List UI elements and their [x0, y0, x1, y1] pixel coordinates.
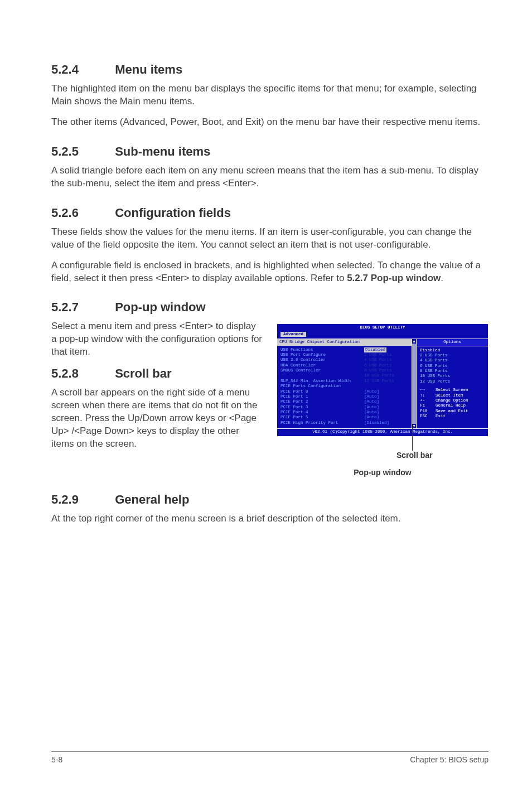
para: Select a menu item and press <Enter> to … — [51, 320, 263, 359]
bios-row: USB FunctionsDisabled — [280, 347, 409, 352]
bios-row-value: [Auto] — [364, 405, 409, 410]
para: At the top right corner of the menu scre… — [51, 513, 489, 525]
heading-num: 5.2.9 — [51, 492, 112, 507]
bios-scrollbar[interactable]: ▲ ▼ — [412, 339, 417, 428]
bios-row: PCIE Port 2[Auto] — [280, 399, 409, 404]
heading-529: 5.2.9 General help — [51, 492, 489, 507]
heading-title: Menu items — [115, 62, 182, 76]
bios-left-title: CPU Bridge Chipset Configuration — [277, 339, 412, 345]
para: A configurable field is enclosed in brac… — [51, 259, 489, 285]
chapter-label: Chapter 5: BIOS setup — [410, 755, 489, 764]
bios-row: SMBUS Controller8 USB Ports — [280, 368, 409, 373]
bios-key-help: ↑↓Select Item — [420, 393, 485, 398]
bios-row-value: 4 USB Ports — [364, 357, 409, 363]
heading-title: General help — [115, 492, 189, 506]
bios-row-value: [Auto] — [364, 389, 409, 394]
heading-num: 5.2.4 — [51, 62, 112, 77]
heading-524: 5.2.4 Menu items — [51, 62, 489, 77]
para-bold: 5.2.7 Pop-up window — [347, 273, 441, 283]
heading-num: 5.2.8 — [51, 366, 112, 381]
bios-row-label: PCIE Port 3 — [280, 405, 364, 410]
bios-left-pane: CPU Bridge Chipset Configuration USB Fun… — [277, 339, 412, 428]
heading-title: Scroll bar — [115, 366, 171, 380]
heading-title: Configuration fields — [115, 206, 231, 220]
bios-row: USB Port Configure2 USB Ports — [280, 352, 409, 357]
bios-option: 2 USB Ports — [420, 353, 485, 358]
bios-row-value: [Auto] — [364, 415, 409, 420]
para-text: . — [441, 273, 443, 283]
bios-key-help: F10Save and Exit — [420, 409, 485, 414]
bios-key-help: ←→Select Screen — [420, 388, 485, 393]
page-number: 5-8 — [51, 755, 62, 764]
bios-row-value: 12 USB Ports — [364, 379, 409, 384]
bios-row: PCIE Port 0[Auto] — [280, 389, 409, 394]
bios-tabbar: Advanced — [277, 331, 488, 339]
bios-row-label: USB Functions — [280, 347, 364, 352]
callout-line — [412, 427, 413, 451]
bios-title: BIOS SETUP UTILITY — [277, 324, 488, 331]
heading-526: 5.2.6 Configuration fields — [51, 206, 489, 220]
bios-screenshot: BIOS SETUP UTILITY Advanced CPU Bridge C… — [277, 323, 489, 436]
bios-row: PCIE Port 4[Auto] — [280, 410, 409, 415]
bios-option: Disabled — [420, 348, 485, 353]
bios-option: 4 USB Ports — [420, 358, 485, 363]
bios-row-label: PCIE Port 5 — [280, 415, 364, 420]
heading-num: 5.2.7 — [51, 300, 112, 315]
bios-row-value — [364, 384, 409, 389]
bios-row-value: [Disabled] — [364, 421, 409, 426]
bios-row-label: SMBUS Controller — [280, 368, 364, 373]
page-footer: 5-8 Chapter 5: BIOS setup — [51, 751, 489, 764]
para: A scroll bar appears on the right side o… — [51, 386, 263, 451]
bios-row: SLP_S4# Min. Assertion Width12 USB Ports — [280, 379, 409, 384]
bios-row-label: USB 2.0 Controller — [280, 357, 364, 363]
para: The highlighted item on the menu bar dis… — [51, 83, 489, 108]
heading-num: 5.2.5 — [51, 144, 112, 159]
bios-key-help: F1General Help — [420, 403, 485, 408]
scroll-up-icon[interactable]: ▲ — [412, 339, 416, 344]
heading-528: 5.2.8 Scroll bar — [51, 366, 263, 381]
bios-row: PCIE Ports Configuration — [280, 384, 409, 389]
caption-popup: Pop-up window — [277, 468, 489, 477]
heading-527: 5.2.7 Pop-up window — [51, 300, 489, 315]
para: The other items (Advanced, Power, Boot, … — [51, 116, 489, 129]
bios-row-value: 10 USB Ports — [364, 373, 409, 378]
bios-row-value: [Auto] — [364, 394, 409, 399]
bios-row-value: 8 USB Ports — [364, 368, 409, 373]
bios-option: 10 USB Ports — [420, 374, 485, 379]
scroll-track[interactable] — [412, 344, 416, 424]
bios-row-value: [Auto] — [364, 410, 409, 415]
bios-tab-advanced: Advanced — [280, 332, 306, 337]
bios-row: PCIE Port 5[Auto] — [280, 415, 409, 420]
bios-row-value: 6 USB Ports — [364, 363, 409, 368]
bios-row-label: SLP_S4# Min. Assertion Width — [280, 379, 364, 384]
bios-row: 10 USB Ports — [280, 373, 409, 378]
bios-row-value: Disabled — [364, 347, 409, 352]
bios-row: HDA Controller6 USB Ports — [280, 363, 409, 368]
bios-row-label: PCIE High Priority Port — [280, 421, 364, 426]
heading-525: 5.2.5 Sub-menu items — [51, 144, 489, 159]
bios-option: 8 USB Ports — [420, 369, 485, 374]
bios-row-label: USB Port Configure — [280, 352, 364, 357]
caption-scrollbar: Scroll bar — [396, 451, 433, 460]
bios-row-label: PCIE Ports Configuration — [280, 384, 364, 389]
bios-row: PCIE High Priority Port[Disabled] — [280, 421, 409, 426]
bios-options-title: Options — [417, 339, 488, 346]
bios-row-label: PCIE Port 1 — [280, 394, 364, 399]
heading-num: 5.2.6 — [51, 206, 112, 220]
bios-row-label: PCIE Port 4 — [280, 410, 364, 415]
bios-option: 12 USB Ports — [420, 379, 485, 384]
heading-title: Pop-up window — [115, 300, 206, 314]
heading-title: Sub-menu items — [115, 144, 210, 158]
bios-key-help: ESCExit — [420, 414, 485, 419]
bios-row: PCIE Port 1[Auto] — [280, 394, 409, 399]
bios-row-value: [Auto] — [364, 399, 409, 404]
bios-row-value: 2 USB Ports — [364, 352, 409, 357]
bios-row-label: PCIE Port 0 — [280, 389, 364, 394]
bios-row: USB 2.0 Controller4 USB Ports — [280, 357, 409, 363]
scroll-down-icon[interactable]: ▼ — [412, 424, 416, 428]
bios-row: PCIE Port 3[Auto] — [280, 405, 409, 410]
bios-right-pane: Options Disabled2 USB Ports4 USB Ports6 … — [417, 339, 488, 428]
bios-footer: v02.61 (C)Copyright 1985-2009, American … — [277, 428, 488, 436]
bios-option: 6 USB Ports — [420, 364, 485, 369]
bios-row-label — [280, 373, 364, 378]
